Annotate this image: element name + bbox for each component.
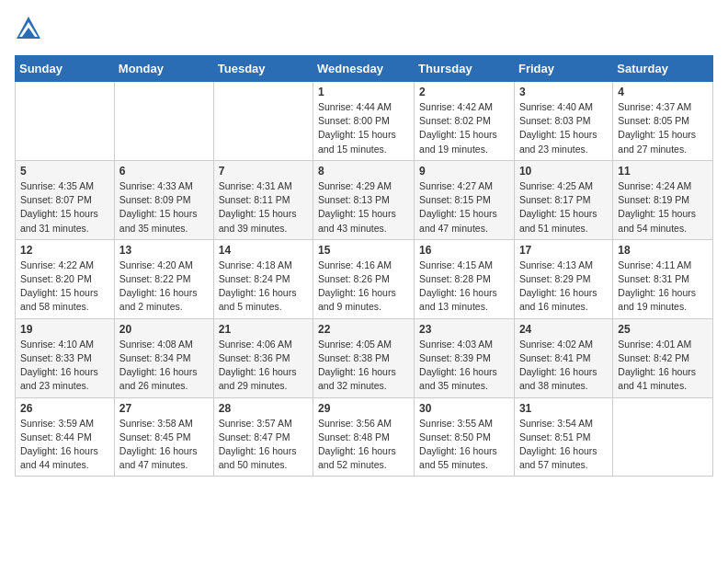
calendar-week-4: 19Sunrise: 4:10 AM Sunset: 8:33 PM Dayli… [16, 318, 713, 397]
day-info: Sunrise: 4:37 AM Sunset: 8:05 PM Dayligh… [618, 100, 708, 156]
calendar-cell: 6Sunrise: 4:33 AM Sunset: 8:09 PM Daylig… [114, 160, 213, 239]
calendar-cell: 28Sunrise: 3:57 AM Sunset: 8:47 PM Dayli… [213, 397, 313, 477]
day-info: Sunrise: 4:31 AM Sunset: 8:11 PM Dayligh… [219, 179, 308, 236]
day-info: Sunrise: 4:33 AM Sunset: 8:09 PM Dayligh… [119, 179, 209, 236]
day-of-week-tuesday: Tuesday [213, 56, 313, 82]
calendar-week-5: 26Sunrise: 3:59 AM Sunset: 8:44 PM Dayli… [16, 397, 713, 477]
calendar-cell: 29Sunrise: 3:56 AM Sunset: 8:48 PM Dayli… [313, 397, 415, 477]
calendar-cell: 23Sunrise: 4:03 AM Sunset: 8:39 PM Dayli… [415, 318, 515, 397]
calendar-cell [16, 82, 115, 161]
calendar-cell: 24Sunrise: 4:02 AM Sunset: 8:41 PM Dayli… [514, 318, 612, 397]
day-info: Sunrise: 4:27 AM Sunset: 8:15 PM Dayligh… [419, 179, 509, 236]
day-info: Sunrise: 4:35 AM Sunset: 8:07 PM Dayligh… [20, 179, 109, 236]
day-number: 17 [519, 244, 608, 257]
day-number: 21 [219, 323, 308, 336]
day-info: Sunrise: 4:42 AM Sunset: 8:02 PM Dayligh… [419, 100, 509, 156]
day-number: 16 [419, 244, 509, 257]
calendar-cell: 20Sunrise: 4:08 AM Sunset: 8:34 PM Dayli… [114, 318, 213, 397]
day-of-week-wednesday: Wednesday [313, 56, 415, 82]
day-number: 31 [519, 402, 608, 415]
day-number: 26 [20, 402, 109, 415]
day-number: 12 [20, 244, 109, 257]
calendar-cell: 5Sunrise: 4:35 AM Sunset: 8:07 PM Daylig… [16, 160, 115, 239]
day-number: 3 [519, 86, 608, 98]
calendar-cell: 30Sunrise: 3:55 AM Sunset: 8:50 PM Dayli… [415, 397, 515, 477]
calendar-cell: 2Sunrise: 4:42 AM Sunset: 8:02 PM Daylig… [415, 82, 515, 161]
day-of-week-sunday: Sunday [16, 56, 115, 82]
day-info: Sunrise: 4:13 AM Sunset: 8:29 PM Dayligh… [519, 259, 608, 315]
day-number: 9 [419, 165, 509, 178]
day-info: Sunrise: 4:05 AM Sunset: 8:38 PM Dayligh… [318, 338, 409, 394]
day-number: 27 [119, 402, 209, 415]
day-info: Sunrise: 4:06 AM Sunset: 8:36 PM Dayligh… [219, 338, 308, 394]
calendar-cell: 16Sunrise: 4:15 AM Sunset: 8:28 PM Dayli… [415, 239, 515, 318]
calendar-cell: 18Sunrise: 4:11 AM Sunset: 8:31 PM Dayli… [613, 239, 713, 318]
calendar-week-3: 12Sunrise: 4:22 AM Sunset: 8:20 PM Dayli… [16, 239, 713, 318]
day-number: 22 [318, 323, 409, 336]
day-info: Sunrise: 4:01 AM Sunset: 8:42 PM Dayligh… [618, 338, 708, 394]
calendar-cell: 12Sunrise: 4:22 AM Sunset: 8:20 PM Dayli… [16, 239, 115, 318]
day-number: 24 [519, 323, 608, 336]
day-info: Sunrise: 4:15 AM Sunset: 8:28 PM Dayligh… [419, 259, 509, 315]
calendar-header-row: SundayMondayTuesdayWednesdayThursdayFrid… [16, 56, 713, 82]
day-info: Sunrise: 3:59 AM Sunset: 8:44 PM Dayligh… [20, 417, 109, 473]
day-number: 11 [618, 165, 708, 178]
calendar-cell: 17Sunrise: 4:13 AM Sunset: 8:29 PM Dayli… [514, 239, 612, 318]
calendar-cell [213, 82, 313, 161]
day-number: 23 [419, 323, 509, 336]
day-of-week-monday: Monday [114, 56, 213, 82]
day-info: Sunrise: 4:18 AM Sunset: 8:24 PM Dayligh… [219, 259, 308, 315]
logo [15, 15, 46, 42]
day-number: 14 [219, 244, 308, 257]
day-info: Sunrise: 4:10 AM Sunset: 8:33 PM Dayligh… [20, 338, 109, 394]
day-number: 7 [219, 165, 308, 178]
day-number: 1 [318, 86, 409, 98]
day-info: Sunrise: 3:58 AM Sunset: 8:45 PM Dayligh… [119, 417, 209, 473]
day-info: Sunrise: 3:56 AM Sunset: 8:48 PM Dayligh… [318, 417, 409, 473]
day-of-week-thursday: Thursday [415, 56, 515, 82]
day-number: 30 [419, 402, 509, 415]
calendar-cell: 4Sunrise: 4:37 AM Sunset: 8:05 PM Daylig… [613, 82, 713, 161]
calendar-cell: 1Sunrise: 4:44 AM Sunset: 8:00 PM Daylig… [313, 82, 415, 161]
day-info: Sunrise: 3:54 AM Sunset: 8:51 PM Dayligh… [519, 417, 608, 473]
day-of-week-saturday: Saturday [613, 56, 713, 82]
calendar-cell: 31Sunrise: 3:54 AM Sunset: 8:51 PM Dayli… [514, 397, 612, 477]
day-info: Sunrise: 4:20 AM Sunset: 8:22 PM Dayligh… [119, 259, 209, 315]
day-info: Sunrise: 4:44 AM Sunset: 8:00 PM Dayligh… [318, 100, 409, 156]
day-number: 20 [119, 323, 209, 336]
calendar-cell: 15Sunrise: 4:16 AM Sunset: 8:26 PM Dayli… [313, 239, 415, 318]
day-number: 19 [20, 323, 109, 336]
day-number: 25 [618, 323, 708, 336]
calendar-cell: 9Sunrise: 4:27 AM Sunset: 8:15 PM Daylig… [415, 160, 515, 239]
calendar-cell: 21Sunrise: 4:06 AM Sunset: 8:36 PM Dayli… [213, 318, 313, 397]
calendar-cell: 11Sunrise: 4:24 AM Sunset: 8:19 PM Dayli… [613, 160, 713, 239]
day-info: Sunrise: 4:16 AM Sunset: 8:26 PM Dayligh… [318, 259, 409, 315]
day-number: 4 [618, 86, 708, 98]
day-number: 28 [219, 402, 308, 415]
day-info: Sunrise: 4:03 AM Sunset: 8:39 PM Dayligh… [419, 338, 509, 394]
day-of-week-friday: Friday [514, 56, 612, 82]
day-number: 15 [318, 244, 409, 257]
day-info: Sunrise: 4:22 AM Sunset: 8:20 PM Dayligh… [20, 259, 109, 315]
day-info: Sunrise: 3:57 AM Sunset: 8:47 PM Dayligh… [219, 417, 308, 473]
calendar-cell: 14Sunrise: 4:18 AM Sunset: 8:24 PM Dayli… [213, 239, 313, 318]
day-number: 8 [318, 165, 409, 178]
day-number: 29 [318, 402, 409, 415]
day-info: Sunrise: 4:11 AM Sunset: 8:31 PM Dayligh… [618, 259, 708, 315]
day-number: 6 [119, 165, 209, 178]
calendar-cell: 25Sunrise: 4:01 AM Sunset: 8:42 PM Dayli… [613, 318, 713, 397]
day-info: Sunrise: 4:08 AM Sunset: 8:34 PM Dayligh… [119, 338, 209, 394]
calendar-cell: 22Sunrise: 4:05 AM Sunset: 8:38 PM Dayli… [313, 318, 415, 397]
day-info: Sunrise: 4:24 AM Sunset: 8:19 PM Dayligh… [618, 179, 708, 236]
day-info: Sunrise: 4:40 AM Sunset: 8:03 PM Dayligh… [519, 100, 608, 156]
day-info: Sunrise: 4:25 AM Sunset: 8:17 PM Dayligh… [519, 179, 608, 236]
calendar-cell: 19Sunrise: 4:10 AM Sunset: 8:33 PM Dayli… [16, 318, 115, 397]
calendar-week-2: 5Sunrise: 4:35 AM Sunset: 8:07 PM Daylig… [16, 160, 713, 239]
calendar-cell: 26Sunrise: 3:59 AM Sunset: 8:44 PM Dayli… [16, 397, 115, 477]
calendar-cell [114, 82, 213, 161]
day-number: 13 [119, 244, 209, 257]
calendar-cell: 3Sunrise: 4:40 AM Sunset: 8:03 PM Daylig… [514, 82, 612, 161]
calendar-table: SundayMondayTuesdayWednesdayThursdayFrid… [15, 55, 713, 477]
day-number: 10 [519, 165, 608, 178]
day-number: 2 [419, 86, 509, 98]
